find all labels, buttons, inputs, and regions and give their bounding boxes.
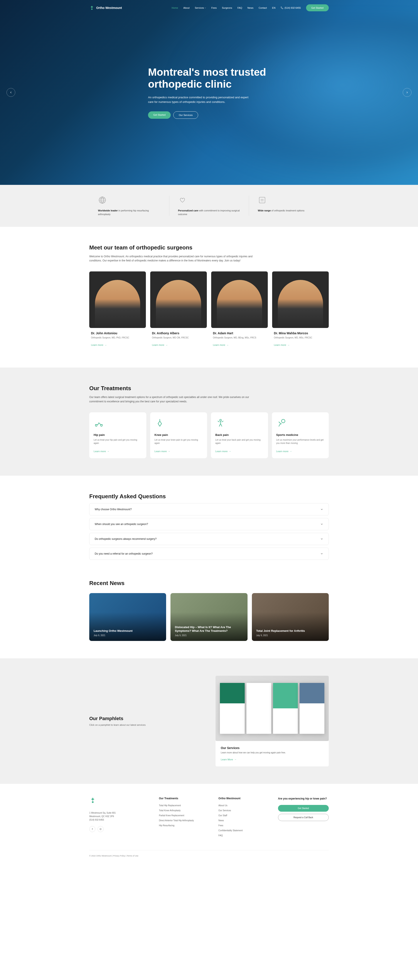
pamphlet-card[interactable]: Our Services Learn more about how we can…: [215, 676, 329, 767]
news-date: July 9, 2021: [256, 634, 324, 636]
site-footer: 1 Westmount Sq, Suite 801 Westmount, QC …: [0, 784, 418, 861]
treatment-icon: [94, 418, 104, 428]
nav-lang[interactable]: EN: [272, 6, 275, 9]
footer-link[interactable]: News: [219, 819, 269, 822]
footer-link[interactable]: Our Staff: [219, 814, 269, 817]
treatment-icon: [155, 418, 165, 428]
globe-icon: [98, 196, 107, 204]
main-nav: Home About Services Fees Surgeons FAQ Ne…: [172, 4, 329, 11]
treatment-name: Back pain: [215, 433, 264, 436]
treatment-name: Hip pain: [94, 433, 142, 436]
instagram-link[interactable]: ◎: [97, 826, 104, 832]
svg-point-3: [95, 425, 97, 426]
footer-link[interactable]: Hip Resurfacing: [159, 824, 210, 827]
surgeon-title: Orthopedic Surgeon, MD CM, FRCSC: [152, 336, 205, 339]
facebook-link[interactable]: f: [89, 826, 95, 832]
surgeon-name: Dr. Adam Hart: [213, 331, 266, 335]
logo-icon: [89, 5, 94, 10]
site-header: Ortho Westmount Home About Services Fees…: [0, 0, 418, 16]
news-card[interactable]: Dislocated Hip – What Is It? What Are Th…: [171, 593, 247, 641]
footer-link[interactable]: FAQ: [219, 834, 269, 837]
treatment-learn-more-link[interactable]: Learn more →: [276, 450, 292, 453]
faq-heading: Frequently Asked Questions: [89, 493, 329, 500]
faq-question: Why choose Ortho Westmount?: [95, 508, 132, 511]
footer-link[interactable]: Direct Anterior Total Hip Arthroplasty: [159, 819, 210, 822]
nav-fees[interactable]: Fees: [211, 6, 217, 9]
header-phone[interactable]: (514) 932·6455: [281, 6, 301, 9]
treatment-desc: Let us treat your back pain and get you …: [215, 438, 264, 445]
brand-logo[interactable]: Ortho Westmount: [89, 5, 122, 10]
footer-col-heading: Our Treatments: [159, 797, 210, 800]
treatment-card: Knee pain Let us treat your knee pain to…: [150, 412, 207, 458]
news-card[interactable]: Launching Ortho Westmount July 9, 2021: [89, 593, 166, 641]
nav-about[interactable]: About: [183, 6, 190, 9]
svg-point-7: [92, 801, 94, 803]
pamphlet-learn-more-link[interactable]: Learn More →: [221, 758, 236, 761]
footer-cta-heading: Are you experiencing hip or knee pain?: [278, 797, 329, 800]
nav-services[interactable]: Services: [195, 6, 206, 9]
footer-link[interactable]: Fees: [219, 824, 269, 827]
footer-link[interactable]: Our Services: [219, 809, 269, 812]
news-date: July 9, 2021: [94, 634, 162, 636]
nav-contact[interactable]: Contact: [258, 6, 267, 9]
arrow-icon: →: [104, 344, 107, 346]
surgeon-photo: [211, 271, 268, 328]
treatments-heading: Our Treatments: [89, 385, 329, 392]
surgeon-learn-more-link[interactable]: Learn more →: [213, 344, 228, 346]
footer-get-started-button[interactable]: Get Started: [278, 805, 329, 812]
terms-link[interactable]: Terms of Use: [127, 855, 139, 857]
footer-link[interactable]: Total Hip Replacement: [159, 804, 210, 807]
footer-link[interactable]: Confidentiality Statement: [219, 829, 269, 832]
phone-icon: [281, 6, 283, 9]
svg-point-6: [281, 419, 285, 423]
footer-link[interactable]: Partial Knee Replacement: [159, 814, 210, 817]
faq-question: When should you see an orthopedic surgeo…: [95, 523, 148, 526]
nav-home[interactable]: Home: [172, 6, 178, 9]
feature-item: Worldwide leader in performing hip resur…: [89, 196, 169, 216]
svg-rect-2: [259, 197, 265, 203]
surgeon-title: Orthopedic Surgeon, MD, PhD, FRCSC: [91, 336, 144, 339]
carousel-next-button[interactable]: [403, 88, 412, 97]
faq-item[interactable]: Why choose Ortho Westmount?: [89, 503, 329, 515]
treatment-learn-more-link[interactable]: Learn more →: [94, 450, 109, 453]
footer-link[interactable]: Total Knee Arthoplasty: [159, 809, 210, 812]
surgeon-photo: [89, 271, 146, 328]
arrow-icon: →: [107, 450, 109, 452]
surgeon-card: Dr. Adam Hart Orthopedic Surgeon, MD, BE…: [211, 271, 268, 350]
surgeon-name: Dr. John Antoniou: [91, 331, 144, 335]
footer-callback-button[interactable]: Request a Call Back: [278, 814, 329, 821]
nav-surgeons[interactable]: Surgeons: [222, 6, 232, 9]
header-cta-button[interactable]: Get Started: [306, 4, 329, 11]
news-card[interactable]: Total Joint Replacement for Arthritis Ju…: [252, 593, 329, 641]
news-heading: Recent News: [89, 580, 329, 587]
footer-bottom: © 2022 Ortho Westmount | Privacy Policy …: [89, 850, 329, 861]
treatment-learn-more-link[interactable]: Learn more →: [215, 450, 231, 453]
news-section: Recent News Launching Ortho Westmount Ju…: [0, 580, 418, 658]
faq-item[interactable]: Do you need a referral for an orthopedic…: [89, 547, 329, 560]
treatment-icon: [215, 418, 226, 428]
nav-faq[interactable]: FAQ: [237, 6, 242, 9]
arrow-icon: →: [290, 450, 292, 452]
surgeon-title: Orthopedic Surgeon, MD, BEng, MSc, FRCS: [213, 336, 266, 339]
news-date: July 9, 2021: [175, 634, 243, 636]
footer-link[interactable]: About Us: [219, 804, 269, 807]
surgeon-photo: [150, 271, 207, 328]
hero-get-started-button[interactable]: Get Started: [148, 111, 171, 119]
carousel-prev-button[interactable]: [6, 88, 15, 97]
privacy-link[interactable]: Privacy Policy: [113, 855, 125, 857]
faq-item[interactable]: Do orthopedic surgeons always recommend …: [89, 533, 329, 545]
feature-item: Wide range of orthopedic treatment optio…: [249, 196, 329, 216]
surgeon-learn-more-link[interactable]: Learn more →: [91, 344, 107, 346]
faq-item[interactable]: When should you see an orthopedic surgeo…: [89, 518, 329, 530]
hero-subtitle: An orthopedics medical practice committe…: [148, 95, 252, 104]
treatment-desc: Let us treat your knee pain to get you m…: [155, 438, 203, 445]
arrow-icon: →: [168, 450, 170, 452]
hero-services-button[interactable]: Our Services: [173, 111, 198, 119]
faq-section: Frequently Asked Questions Why choose Or…: [0, 476, 418, 580]
surgeon-learn-more-link[interactable]: Learn more →: [152, 344, 168, 346]
surgeon-learn-more-link[interactable]: Learn more →: [274, 344, 290, 346]
chevron-left-icon: [10, 91, 13, 94]
team-heading: Meet our team of orthopedic surgeons: [89, 244, 329, 251]
nav-news[interactable]: News: [247, 6, 254, 9]
treatment-learn-more-link[interactable]: Learn more →: [155, 450, 170, 453]
